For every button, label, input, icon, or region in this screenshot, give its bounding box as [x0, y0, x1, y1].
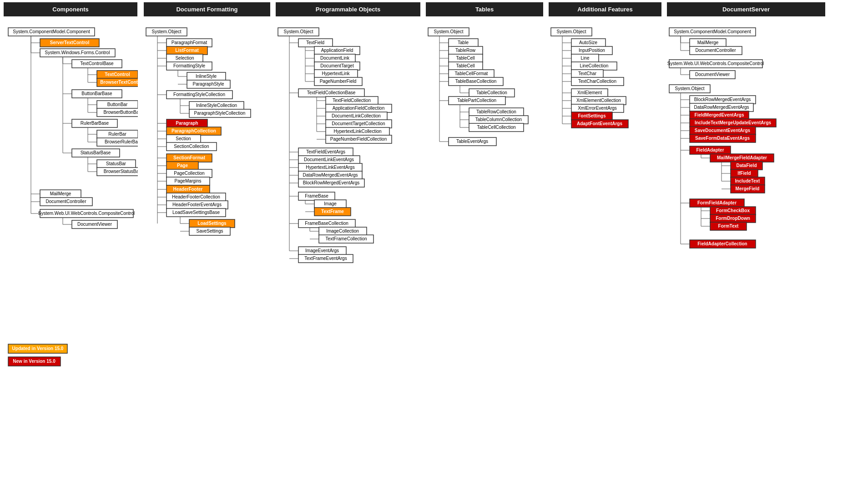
svg-text:TablePartCollection: TablePartCollection [457, 98, 496, 103]
svg-text:XmlErrorEventArgs: XmlErrorEventArgs [578, 106, 617, 111]
svg-text:HeaderFooterEventArgs: HeaderFooterEventArgs [172, 202, 222, 207]
svg-text:AutoSize: AutoSize [579, 40, 597, 45]
svg-text:FormFieldAdapter: FormFieldAdapter [697, 200, 737, 205]
svg-text:FrameBase: FrameBase [305, 193, 328, 198]
svg-text:PageNumberFieldCollection: PageNumberFieldCollection [330, 137, 387, 142]
svg-text:DocumentViewer: DocumentViewer [77, 222, 112, 227]
svg-text:FormattingStyle: FormattingStyle [173, 63, 205, 68]
svg-text:TableCell: TableCell [456, 56, 474, 61]
svg-text:System.ComponentModel.Componen: System.ComponentModel.Component [13, 29, 90, 34]
svg-text:DataRowMergedEventArgs: DataRowMergedEventArgs [303, 173, 358, 178]
svg-text:Updated in Version 15.0: Updated in Version 15.0 [12, 346, 64, 351]
svg-text:ImageEventArgs: ImageEventArgs [305, 248, 339, 253]
svg-text:BrowserButtonBar: BrowserButtonBar [103, 110, 138, 115]
col-header-docserver: DocumentServer [667, 2, 825, 16]
svg-text:InputPosition: InputPosition [579, 48, 605, 53]
svg-text:ButtonBar: ButtonBar [107, 102, 128, 107]
svg-text:System.Windows.Forms.Control: System.Windows.Forms.Control [45, 50, 110, 55]
svg-text:System.ComponentModel.Componen: System.ComponentModel.Component [674, 29, 751, 34]
svg-text:Section: Section [176, 136, 191, 141]
svg-text:FontSettings: FontSettings [578, 113, 606, 118]
svg-text:System.Web.UI.WebControls.Comp: System.Web.UI.WebControls.CompositeContr… [38, 211, 135, 216]
svg-text:SaveDocumentEventArgs: SaveDocumentEventArgs [695, 128, 751, 133]
svg-text:BlockRowMergedEventArgs: BlockRowMergedEventArgs [694, 97, 751, 102]
svg-text:XmlElement: XmlElement [577, 90, 602, 95]
svg-text:HypertextLink: HypertextLink [322, 71, 350, 76]
column-components: Components System.ComponentModel.Compone… [0, 0, 141, 418]
svg-text:BrowserStatusBar: BrowserStatusBar [104, 169, 138, 174]
main-container: Components System.ComponentModel.Compone… [0, 0, 868, 418]
svg-text:LineCollection: LineCollection [580, 63, 609, 68]
svg-text:LoadSettings: LoadSettings [197, 221, 227, 226]
svg-text:ParagraphStyle: ParagraphStyle [193, 81, 224, 86]
svg-text:IfField: IfField [737, 171, 751, 176]
col-header-additional: Additional Features [549, 2, 661, 16]
svg-text:FieldAdapterCollection: FieldAdapterCollection [697, 241, 747, 246]
svg-text:IncludeText: IncludeText [735, 178, 760, 183]
svg-text:TextFrameEventArgs: TextFrameEventArgs [304, 256, 347, 261]
svg-text:MergeField: MergeField [736, 186, 760, 191]
additional-tree: System.Object AutoSize InputPosition Lin… [549, 25, 660, 344]
svg-text:FormCheckBox: FormCheckBox [716, 208, 750, 213]
svg-text:TableCell: TableCell [456, 63, 474, 68]
svg-text:TextChar: TextChar [578, 71, 597, 76]
column-additional: Additional Features System.Object AutoSi… [546, 0, 664, 418]
svg-text:FormDropDown: FormDropDown [716, 216, 750, 221]
column-docserver: DocumentServer System.ComponentModel.Com… [664, 0, 828, 418]
svg-text:TextFieldEventArgs: TextFieldEventArgs [306, 149, 345, 154]
svg-text:DocumentLinkCollection: DocumentLinkCollection [332, 113, 381, 118]
svg-text:SectionCollection: SectionCollection [174, 144, 209, 149]
svg-text:TextCharCollection: TextCharCollection [578, 79, 616, 84]
svg-text:MailMergeFieldAdapter: MailMergeFieldAdapter [717, 155, 767, 160]
svg-text:System.Object: System.Object [434, 29, 463, 34]
svg-text:BrowserRulerBar: BrowserRulerBar [105, 139, 138, 144]
svg-text:SaveFormDataEventArgs: SaveFormDataEventArgs [695, 136, 750, 141]
components-tree: System.ComponentModel.Component ServerTe… [4, 25, 138, 399]
svg-text:Selection: Selection [175, 56, 194, 61]
svg-text:Paragraph: Paragraph [176, 121, 198, 126]
svg-text:TextFrame: TextFrame [321, 209, 344, 214]
docserver-tree: System.ComponentModel.Component MailMerg… [667, 25, 824, 417]
svg-text:TextControl: TextControl [105, 72, 130, 77]
svg-text:DocumentController: DocumentController [696, 48, 737, 53]
col-header-tables: Tables [426, 2, 543, 16]
svg-text:PageMargins: PageMargins [175, 178, 202, 183]
svg-text:System.Object: System.Object [556, 29, 586, 34]
svg-text:StatusBarBase: StatusBarBase [81, 150, 111, 155]
svg-text:DocumentTarget: DocumentTarget [320, 63, 354, 68]
svg-text:DocumentLink: DocumentLink [320, 56, 350, 61]
svg-text:PageCollection: PageCollection [174, 171, 204, 176]
svg-text:LoadSaveSettingsBase: LoadSaveSettingsBase [172, 210, 220, 215]
svg-text:TableEventArgs: TableEventArgs [456, 139, 488, 144]
svg-text:TableCollection: TableCollection [476, 90, 507, 95]
svg-text:TableCellCollection: TableCellCollection [477, 125, 515, 130]
column-doc-formatting: Document Formatting System.Object Paragr… [141, 0, 273, 418]
svg-text:BlockRowMergedEventArgs: BlockRowMergedEventArgs [303, 180, 360, 185]
col-header-components: Components [4, 2, 137, 16]
svg-text:TableRowCollection: TableRowCollection [476, 109, 516, 114]
svg-text:TextFrameCollection: TextFrameCollection [325, 236, 367, 241]
svg-text:XmlElementCollection: XmlElementCollection [576, 98, 621, 103]
column-tables: Tables System.Object Table TableRow Tabl… [423, 0, 546, 418]
svg-text:New in Version 15.0: New in Version 15.0 [13, 359, 56, 364]
svg-text:StatusBar: StatusBar [106, 161, 126, 166]
svg-text:Table: Table [458, 40, 469, 45]
svg-text:DataRowMergedEventArgs: DataRowMergedEventArgs [694, 105, 749, 110]
svg-text:IncludeTextMergeUpdateEventArg: IncludeTextMergeUpdateEventArgs [695, 120, 772, 125]
svg-text:DataField: DataField [736, 163, 757, 168]
svg-text:PageNumberField: PageNumberField [320, 79, 357, 84]
svg-text:ApplicationFieldCollection: ApplicationFieldCollection [333, 106, 385, 111]
svg-text:TextField: TextField [306, 40, 324, 45]
svg-text:FormattingStyleCollection: FormattingStyleCollection [173, 92, 225, 97]
prog-objects-tree: System.Object TextField ApplicationField… [276, 25, 419, 417]
svg-text:ParagraphCollection: ParagraphCollection [172, 128, 216, 133]
svg-text:TableBaseCollection: TableBaseCollection [455, 79, 497, 84]
svg-text:ListFormat: ListFormat [175, 48, 199, 53]
column-prog-objects: Programmable Objects System.Object TextF… [273, 0, 423, 418]
svg-text:InlineStyleCollection: InlineStyleCollection [196, 103, 237, 108]
svg-text:System.Object: System.Object [151, 29, 181, 34]
svg-text:FormText: FormText [718, 224, 739, 229]
svg-text:System.Object: System.Object [283, 29, 313, 34]
svg-text:DocumentViewer: DocumentViewer [695, 72, 730, 77]
svg-text:Line: Line [581, 56, 590, 61]
